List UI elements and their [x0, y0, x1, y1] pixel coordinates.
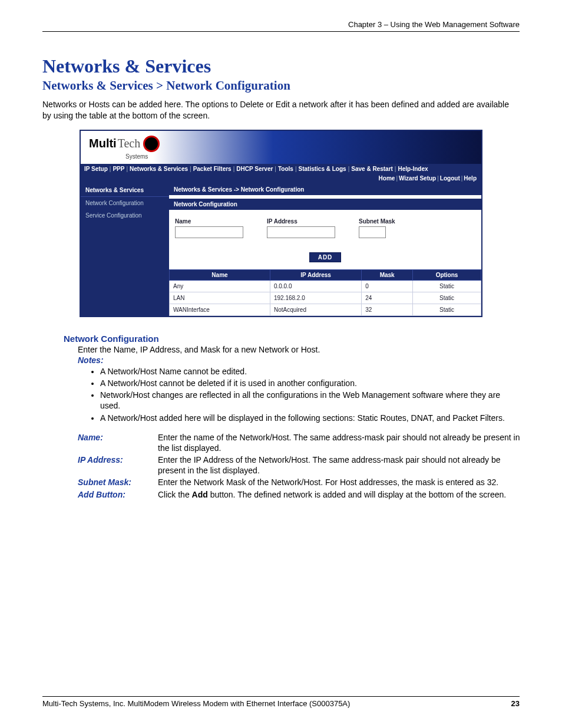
sidebar-item-network-config[interactable]: Network Configuration	[81, 197, 169, 209]
intro-paragraph: Networks or Hosts can be added here. The…	[42, 99, 520, 121]
mask-label: Subnet Mask	[359, 218, 395, 225]
topnav-item[interactable]: IP Setup	[84, 166, 108, 172]
page-subtitle: Networks & Services > Network Configurat…	[42, 78, 520, 93]
logo-icon	[143, 136, 160, 152]
table-header: Name	[170, 269, 270, 280]
table-row: WANInterfaceNotAcquired32Static	[170, 304, 481, 315]
notes-list: A Network/Host Name cannot be edited.A N…	[100, 366, 520, 423]
note-item: A Network/Host added here will be displa…	[100, 413, 520, 423]
table-header: IP Address	[270, 269, 361, 280]
sublink-item[interactable]: Home	[379, 175, 395, 182]
doc-lead: Enter the Name, IP Address, and Mask for…	[78, 345, 520, 354]
ip-input[interactable]	[267, 226, 335, 238]
add-button[interactable]: ADD	[309, 252, 342, 262]
running-header: Chapter 3 – Using the Web Management Sof…	[42, 20, 520, 32]
embedded-screenshot: MultiTech Systems IP Setup|PPP|Networks …	[80, 130, 482, 317]
sublink-item[interactable]: Help	[464, 175, 477, 182]
topnav-item[interactable]: Statistics & Logs	[299, 166, 346, 172]
page-footer: Multi-Tech Systems, Inc. MultiModem Wire…	[42, 696, 520, 708]
table-header: Options	[413, 269, 481, 280]
footer-text: Multi-Tech Systems, Inc. MultiModem Wire…	[42, 699, 350, 708]
field-row: IP Address:Enter the IP Address of the N…	[78, 454, 525, 476]
breadcrumb: Networks & Services -> Network Configura…	[169, 184, 481, 195]
sub-links: Home|Wizard Setup|Logout|Help	[81, 174, 481, 184]
logo: MultiTech Systems	[89, 136, 160, 152]
topnav-item[interactable]: Save & Restart	[351, 166, 393, 172]
table-row: Any0.0.0.00Static	[170, 280, 481, 292]
note-item: A Network/Host Name cannot be edited.	[100, 366, 520, 377]
notes-label: Notes:	[78, 355, 520, 365]
topnav-item[interactable]: DHCP Server	[236, 166, 273, 172]
field-row: Subnet Mask:Enter the Network Mask of th…	[78, 476, 525, 488]
sidebar-item-service-config[interactable]: Service Configuration	[81, 209, 169, 222]
topnav-item[interactable]: Help-Index	[398, 166, 428, 172]
topnav-item[interactable]: Tools	[278, 166, 293, 172]
doc-heading: Network Configuration	[64, 334, 520, 344]
app-header: MultiTech Systems	[81, 131, 481, 164]
field-row: Name:Enter the name of the Network/Host.…	[78, 431, 525, 454]
page-number: 23	[511, 699, 520, 708]
mask-input[interactable]	[359, 226, 386, 238]
sidebar: Networks & Services Network Configuratio…	[81, 184, 169, 316]
note-item: A Network/Host cannot be deleted if it i…	[100, 378, 520, 388]
name-label: Name	[175, 218, 243, 225]
topnav-item[interactable]: PPP	[113, 166, 124, 172]
sublink-item[interactable]: Wizard Setup	[399, 175, 436, 182]
topnav-item[interactable]: Networks & Services	[130, 166, 188, 172]
form-row: Name IP Address Subnet Mask	[169, 210, 481, 242]
topnav-item[interactable]: Packet Filters	[193, 166, 232, 172]
field-row: Add Button:Click the Add button. The def…	[78, 489, 525, 500]
fields-table: Name:Enter the name of the Network/Host.…	[78, 431, 525, 500]
top-nav: IP Setup|PPP|Networks & Services|Packet …	[81, 164, 481, 174]
name-input[interactable]	[175, 226, 243, 238]
table-row: LAN192.168.2.024Static	[170, 292, 481, 304]
note-item: Network/Host changes are reflected in al…	[100, 390, 520, 411]
table-header: Mask	[362, 269, 413, 280]
page-title: Networks & Services	[42, 55, 520, 77]
content-pane: Networks & Services -> Network Configura…	[169, 184, 481, 316]
logo-tech: Tech	[118, 137, 141, 150]
sublink-item[interactable]: Logout	[440, 175, 460, 182]
sidebar-heading: Networks & Services	[81, 184, 169, 197]
section-title: Network Configuration	[169, 199, 481, 210]
logo-systems: Systems	[125, 153, 148, 160]
logo-multi: Multi	[89, 137, 117, 150]
networks-table: NameIP AddressMaskOptions Any0.0.0.00Sta…	[169, 269, 481, 316]
ip-label: IP Address	[267, 218, 335, 225]
